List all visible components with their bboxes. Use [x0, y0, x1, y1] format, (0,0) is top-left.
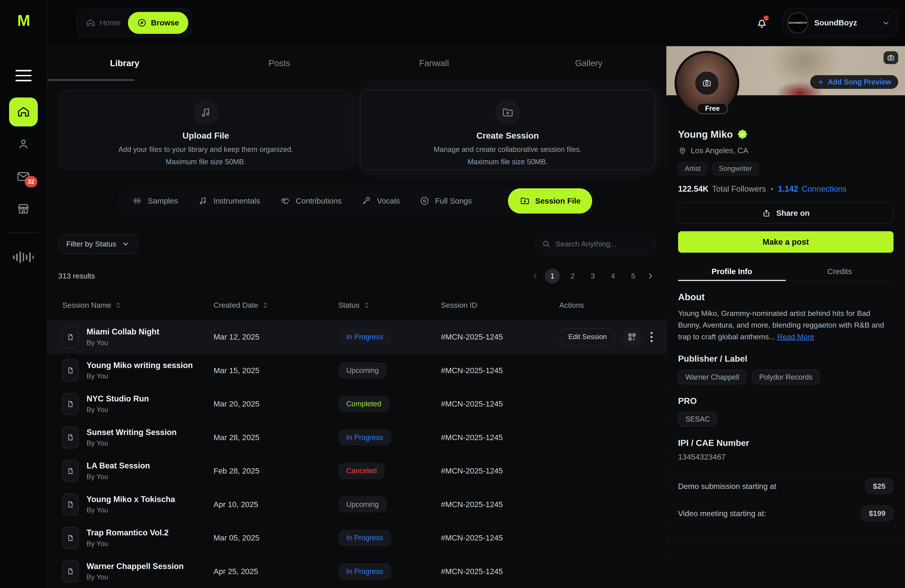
- table-row[interactable]: Sunset Writing Session By You Mar 28, 20…: [47, 421, 666, 455]
- publisher-tag: Warner Chappell: [678, 370, 746, 385]
- share-button[interactable]: Share on: [678, 202, 894, 224]
- table-row[interactable]: NYC Studio Run By You Mar 20, 2025 Compl…: [47, 388, 666, 421]
- upload-file-card[interactable]: Upload File Add your files to your libra…: [58, 90, 353, 170]
- camera-icon: [702, 78, 712, 88]
- table-row[interactable]: Young Miko writing session By You Mar 15…: [47, 354, 666, 388]
- table-row[interactable]: LA Beat Session By You Feb 28, 2025 Canc…: [47, 455, 666, 488]
- filter-full-songs[interactable]: Full Songs: [419, 195, 472, 206]
- read-more-link[interactable]: Read More: [777, 332, 814, 341]
- edit-avatar-button[interactable]: [695, 72, 718, 95]
- page-button[interactable]: 2: [565, 269, 580, 284]
- sidebar-item-messages[interactable]: 32: [9, 162, 38, 191]
- waveform-icon: [132, 195, 143, 206]
- sort-icon: [114, 302, 122, 309]
- file-icon: [62, 326, 78, 348]
- page-button[interactable]: 4: [605, 269, 621, 284]
- created-date: Mar 12, 2025: [213, 332, 338, 341]
- page-button[interactable]: 5: [626, 269, 641, 284]
- column-created-date[interactable]: Created Date: [213, 301, 338, 310]
- table-row[interactable]: Young Miko x Tokischa By You Apr 10, 202…: [47, 488, 666, 521]
- search-input[interactable]: [556, 240, 648, 248]
- session-owner: By You: [87, 439, 177, 447]
- session-id: #MCN-2025-1245: [441, 433, 559, 442]
- tab-library[interactable]: Library: [47, 46, 202, 81]
- session-name: Trap Romantico Vol.2: [87, 528, 168, 537]
- upload-file-desc: Add your files to your library and keep …: [118, 145, 293, 154]
- filter-contributions[interactable]: Contributions: [280, 195, 342, 207]
- session-owner: By You: [87, 506, 175, 514]
- column-status[interactable]: Status: [338, 301, 441, 310]
- upload-file-note: Maximum file size 50MB.: [166, 157, 246, 166]
- chevron-left-icon[interactable]: [530, 272, 540, 281]
- pricing-row: Demo submission starting at $25: [678, 473, 894, 500]
- page-button[interactable]: 1: [545, 269, 560, 284]
- status-badge: In Progress: [338, 530, 391, 546]
- disc-icon: [419, 195, 430, 206]
- tab-credits[interactable]: Credits: [786, 262, 893, 280]
- file-icon: [62, 560, 78, 582]
- status-badge: In Progress: [338, 429, 391, 446]
- session-id: #MCN-2025-1245: [441, 466, 559, 475]
- home-icon: [86, 18, 95, 28]
- pricing-value: $25: [865, 478, 894, 494]
- tab-gallery[interactable]: Gallery: [511, 46, 666, 81]
- page-button[interactable]: 3: [585, 269, 600, 284]
- chevron-right-icon[interactable]: [646, 272, 655, 281]
- status-badge: Upcoming: [338, 496, 387, 513]
- add-song-preview-button[interactable]: ＋ Add Song Preview: [810, 75, 898, 89]
- session-id: #MCN-2025-1245: [441, 399, 559, 408]
- nav-home-button[interactable]: Home: [81, 18, 125, 28]
- filter-vocals[interactable]: Vocals: [361, 195, 400, 206]
- created-date: Mar 05, 2025: [213, 533, 338, 542]
- session-id: #MCN-2025-1245: [441, 332, 559, 341]
- session-name: NYC Studio Run: [87, 394, 149, 404]
- handshake-icon: [280, 195, 291, 207]
- pricing-value: $199: [861, 505, 893, 521]
- notifications-button[interactable]: [754, 15, 770, 31]
- sidebar-item-home[interactable]: [9, 97, 38, 126]
- edit-session-button[interactable]: Edit Session: [559, 328, 616, 345]
- nav-browse-label: Browse: [151, 18, 179, 27]
- tab-profile-info[interactable]: Profile Info: [678, 262, 786, 280]
- verified-badge-icon: [738, 129, 747, 139]
- make-post-button[interactable]: Make a post: [678, 231, 894, 253]
- account-menu[interactable]: SOUNDBOYZ SoundBoyz: [783, 8, 898, 37]
- ipi-title: IPI / CAE Number: [678, 438, 894, 448]
- tab-posts[interactable]: Posts: [202, 46, 357, 81]
- table-row[interactable]: Miami Collab Night By You Mar 12, 2025 I…: [47, 321, 666, 354]
- section-tabs: Library Posts Fanwall Gallery: [47, 46, 666, 81]
- edit-cover-button[interactable]: [884, 51, 898, 64]
- session-table-body: Miami Collab Night By You Mar 12, 2025 I…: [47, 321, 666, 588]
- qr-code-button[interactable]: [622, 327, 642, 347]
- filter-instrumentals[interactable]: Instrumentals: [198, 195, 260, 206]
- compass-icon: [137, 18, 147, 28]
- filter-by-status-dropdown[interactable]: Filter by Status: [58, 234, 137, 254]
- session-owner: By You: [87, 540, 168, 548]
- sort-icon: [262, 302, 269, 309]
- create-session-card[interactable]: Create Session Manage and create collabo…: [360, 90, 655, 170]
- file-icon: [62, 493, 78, 515]
- pricing-label: Demo submission starting at: [678, 482, 776, 491]
- column-session-name[interactable]: Session Name: [62, 301, 213, 310]
- more-options-button[interactable]: [648, 330, 655, 345]
- session-owner: By You: [87, 372, 193, 380]
- tab-fanwall[interactable]: Fanwall: [357, 46, 511, 81]
- filter-session-file[interactable]: Session File: [508, 188, 592, 214]
- app: M 32: [0, 0, 905, 588]
- publisher-title: Publisher / Label: [678, 354, 894, 364]
- search-box: [535, 233, 655, 255]
- folder-plus-icon: [520, 195, 530, 206]
- nav-browse-button[interactable]: Browse: [128, 12, 189, 34]
- plus-icon: ＋: [817, 77, 824, 87]
- pricing-label: Video meeting starting at:: [678, 509, 766, 518]
- table-row[interactable]: Trap Romantico Vol.2 By You Mar 05, 2025…: [47, 521, 666, 555]
- sidebar-item-audio[interactable]: [9, 237, 38, 265]
- filter-samples[interactable]: Samples: [132, 195, 178, 206]
- connections-link[interactable]: Connections: [802, 184, 846, 194]
- file-type-filter-bar: Samples Instrumentals Contributions: [117, 185, 596, 217]
- menu-icon[interactable]: [16, 70, 32, 81]
- sidebar-item-store[interactable]: [9, 194, 38, 224]
- session-id: #MCN-2025-1245: [441, 533, 559, 542]
- sidebar-item-profile[interactable]: [9, 130, 38, 159]
- table-row[interactable]: Warner Chappell Session By You Apr 25, 2…: [47, 555, 666, 588]
